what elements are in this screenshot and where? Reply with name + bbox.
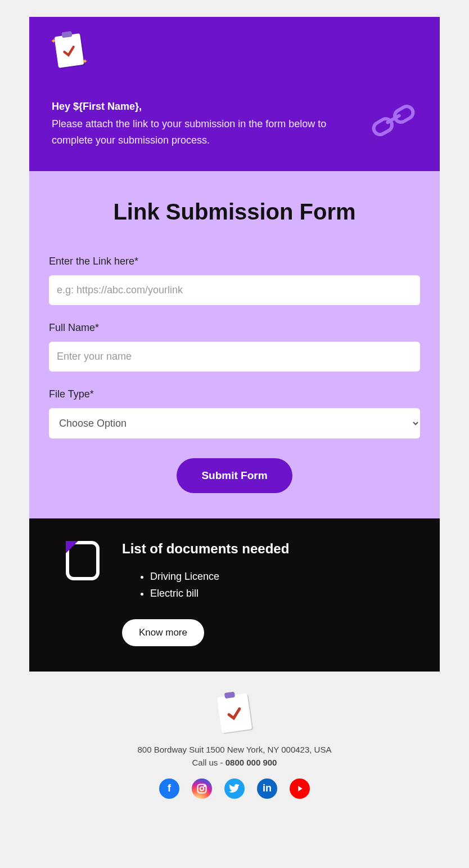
- linkedin-icon[interactable]: in: [257, 778, 277, 799]
- greeting-text: Hey ${First Name},: [52, 101, 358, 113]
- chain-link-icon: [369, 101, 417, 142]
- instagram-icon[interactable]: [192, 778, 212, 799]
- docs-list: Driving Licence Electric bill: [122, 568, 417, 602]
- link-field-group: Enter the Link here*: [49, 256, 420, 305]
- youtube-icon[interactable]: [290, 778, 310, 799]
- submit-button[interactable]: Submit Form: [177, 458, 292, 493]
- docs-content: List of documents needed Driving Licence…: [122, 541, 417, 646]
- form-section: Link Submission Form Enter the Link here…: [29, 171, 440, 518]
- name-label: Full Name*: [49, 322, 420, 334]
- logo-wrap: ✦ ✦: [52, 34, 417, 70]
- list-item: Electric bill: [150, 585, 417, 602]
- header-section: ✦ ✦ Hey ${First Name}, Please attach the…: [29, 17, 440, 171]
- name-field-group: Full Name*: [49, 322, 420, 372]
- link-input[interactable]: [49, 275, 420, 305]
- name-input[interactable]: [49, 342, 420, 372]
- clipboard-check-logo: ✦ ✦: [52, 34, 85, 68]
- link-label: Enter the Link here*: [49, 256, 420, 267]
- filetype-label: File Type*: [49, 388, 420, 400]
- twitter-icon[interactable]: [224, 778, 245, 799]
- facebook-icon[interactable]: f: [159, 778, 179, 799]
- header-text: Hey ${First Name}, Please attach the lin…: [52, 101, 358, 149]
- svg-point-4: [200, 786, 204, 790]
- footer-call: Call us - 0800 000 900: [40, 758, 429, 767]
- document-icon: [66, 541, 100, 580]
- svg-point-5: [204, 785, 205, 786]
- header-row: Hey ${First Name}, Please attach the lin…: [52, 101, 417, 149]
- footer-logo: [215, 694, 254, 733]
- checkmark-icon: [62, 44, 76, 59]
- email-container: ✦ ✦ Hey ${First Name}, Please attach the…: [29, 17, 440, 810]
- know-more-button[interactable]: Know more: [122, 619, 204, 646]
- social-links: f in: [40, 778, 429, 799]
- list-item: Driving Licence: [150, 568, 417, 585]
- filetype-field-group: File Type* Choose Option: [49, 388, 420, 439]
- footer-address: 800 Bordway Suit 1500 New York, NY 00042…: [40, 745, 429, 754]
- checkmark-icon: [226, 705, 241, 720]
- docs-title: List of documents needed: [122, 541, 417, 557]
- form-title: Link Submission Form: [49, 199, 420, 225]
- instruction-text: Please attach the link to your submissio…: [52, 116, 358, 149]
- filetype-select[interactable]: Choose Option: [49, 408, 420, 439]
- svg-rect-1: [393, 104, 415, 124]
- phone-number: 0800 000 900: [226, 758, 277, 767]
- footer-section: 800 Bordway Suit 1500 New York, NY 00042…: [29, 672, 440, 810]
- call-label: Call us -: [192, 758, 226, 767]
- submit-wrap: Submit Form: [49, 458, 420, 493]
- sparkle-icon: ✦: [82, 57, 88, 65]
- documents-section: List of documents needed Driving Licence…: [29, 518, 440, 672]
